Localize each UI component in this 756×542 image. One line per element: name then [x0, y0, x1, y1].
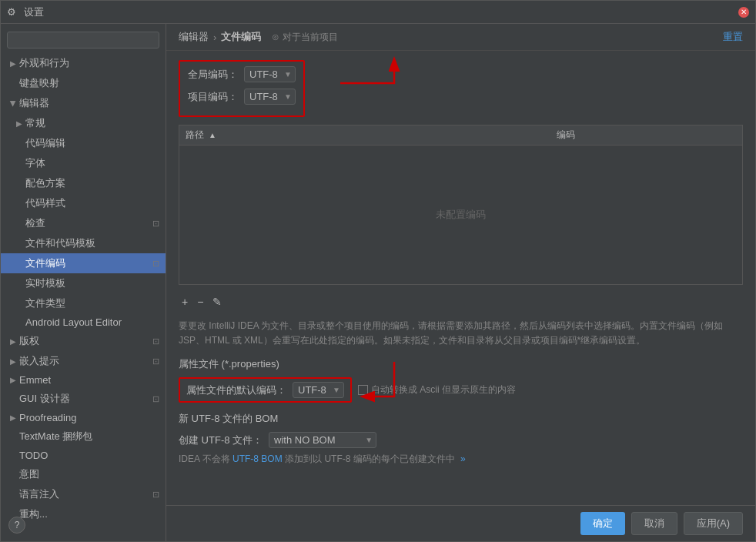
sidebar-item-inlay-hints[interactable]: ▶ 嵌入提示 ⊡ [1, 351, 166, 371]
bom-link1[interactable]: UTF-8 BOM [232, 453, 283, 464]
arrow-annotation-2 [356, 354, 433, 408]
expand-arrow-emmet: ▶ [10, 376, 16, 384]
project-encoding-row: 项目编码： UTF-8 ▼ [188, 89, 296, 105]
table-body: 未配置编码 [179, 146, 742, 284]
sidebar-item-emmet[interactable]: ▶ Emmet [1, 371, 166, 389]
bottom-bar: 确定 取消 应用(A) [166, 505, 755, 541]
bom-create-label: 创建 UTF-8 文件： [179, 433, 263, 447]
sidebar-item-copyright[interactable]: ▶ 版权 ⊡ [1, 331, 166, 351]
sidebar: ▶ 外观和行为 ▶ 键盘映射 ▶ 编辑器 ▶ 常规 ▶ 代码编辑 ▶ 字体 [1, 24, 166, 541]
bom-section: 新 UTF-8 文件的 BOM 创建 UTF-8 文件： with NO BOM… [179, 412, 743, 466]
properties-section: 属性文件 (*.properties) 属性文件的默认编码： UTF-8 ▼ [179, 357, 743, 403]
sidebar-item-code-editing[interactable]: ▶ 代码编辑 [1, 133, 166, 153]
sidebar-item-live-templates[interactable]: ▶ 实时模板 [1, 273, 166, 293]
main-content: ▶ 外观和行为 ▶ 键盘映射 ▶ 编辑器 ▶ 常规 ▶ 代码编辑 ▶ 字体 [1, 24, 755, 541]
sidebar-item-label: Proofreading [19, 412, 76, 423]
add-button[interactable]: + [179, 294, 191, 309]
sidebar-item-label: Android Layout Editor [25, 316, 122, 328]
bom-select-wrapper[interactable]: with NO BOM ▼ [269, 432, 376, 448]
properties-title: 属性文件 (*.properties) [179, 357, 743, 371]
sidebar-item-font[interactable]: ▶ 字体 [1, 153, 166, 173]
sidebar-item-label: 键盘映射 [19, 76, 59, 90]
search-input[interactable] [7, 32, 159, 49]
settings-area: 全局编码： UTF-8 ▼ 项目编码： [166, 51, 755, 505]
window-icon: ⚙ [7, 6, 19, 18]
close-button[interactable]: ✕ [738, 7, 749, 18]
sidebar-item-label: 配色方案 [25, 176, 65, 190]
global-encoding-select-wrapper[interactable]: UTF-8 ▼ [244, 66, 296, 82]
sidebar-item-label: 编辑器 [19, 96, 49, 110]
bom-note: IDEA 不会将 UTF-8 BOM 添加到以 UTF-8 编码的每个已创建文件… [179, 453, 743, 466]
sidebar-item-proofreading[interactable]: ▶ Proofreading [1, 409, 166, 427]
sidebar-item-inspections[interactable]: ▶ 检查 ⊡ [1, 213, 166, 233]
sidebar-item-label: 版权 [19, 334, 39, 348]
sidebar-item-textmate[interactable]: ▶ TextMate 捆绑包 [1, 427, 166, 447]
project-encoding-select[interactable]: UTF-8 [249, 91, 290, 102]
sidebar-item-label: 实时模板 [25, 276, 65, 290]
sidebar-item-label: 文件类型 [25, 296, 65, 310]
lang-icon: ⊡ [152, 490, 159, 500]
title-bar: ⚙ 设置 ✕ [1, 1, 755, 24]
sidebar-item-intention[interactable]: ▶ 意图 [1, 464, 166, 484]
sidebar-item-file-types[interactable]: ▶ 文件类型 [1, 293, 166, 313]
bom-select[interactable]: with NO BOM [274, 434, 371, 446]
cancel-button[interactable]: 取消 [631, 512, 677, 535]
breadcrumb-sep: › [213, 32, 216, 43]
table-empty-text: 未配置编码 [436, 208, 486, 222]
encoding-table: 路径 ▲ 编码 未配置编码 [179, 125, 743, 285]
breadcrumb-parent: 编辑器 [179, 30, 209, 44]
expand-arrow-general: ▶ [16, 119, 22, 128]
breadcrumb-option: ⊙ 对于当前项目 [272, 31, 337, 44]
sidebar-item-code-style[interactable]: ▶ 代码样式 [1, 193, 166, 213]
sidebar-item-android-layout[interactable]: ▶ Android Layout Editor [1, 313, 166, 331]
table-toolbar: + − ✎ [179, 291, 743, 313]
sidebar-item-file-templates[interactable]: ▶ 文件和代码模板 [1, 233, 166, 253]
sidebar-item-appearance[interactable]: ▶ 外观和行为 [1, 53, 166, 73]
edit-button[interactable]: ✎ [209, 294, 225, 309]
remove-button[interactable]: − [194, 294, 206, 309]
expand-arrow-appearance: ▶ [10, 59, 16, 68]
reset-button[interactable]: 重置 [723, 30, 743, 44]
sidebar-item-color-scheme[interactable]: ▶ 配色方案 [1, 173, 166, 193]
sidebar-item-label: 代码编辑 [25, 136, 65, 150]
file-encoding-icon: ⊡ [152, 259, 159, 269]
sidebar-item-label: Emmet [19, 374, 51, 386]
inlay-icon: ⊡ [152, 356, 159, 366]
arrow-annotation-1 [333, 52, 425, 114]
sidebar-item-label: TODO [19, 450, 48, 461]
global-encoding-label: 全局编码： [188, 68, 238, 82]
project-encoding-label: 项目编码： [188, 90, 238, 104]
table-header: 路径 ▲ 编码 [179, 125, 742, 146]
prop-encoding-label: 属性文件的默认编码： [186, 383, 286, 397]
ok-button[interactable]: 确定 [580, 512, 625, 535]
expand-arrow-inlay: ▶ [10, 357, 16, 366]
bom-title: 新 UTF-8 文件的 BOM [179, 412, 743, 426]
sidebar-item-keymap[interactable]: ▶ 键盘映射 [1, 73, 166, 93]
apply-button[interactable]: 应用(A) [684, 512, 743, 535]
bom-link2[interactable]: » [460, 453, 466, 464]
description-text: 要更改 IntelliJ IDEA 为文件、目录或整个项目使用的编码，请根据需要… [179, 319, 743, 348]
sidebar-item-todo[interactable]: ▶ TODO [1, 447, 166, 464]
sidebar-item-editor[interactable]: ▶ 编辑器 [1, 93, 166, 113]
global-encoding-select[interactable]: UTF-8 [249, 69, 290, 80]
sort-icon: ▲ [209, 131, 216, 139]
project-encoding-select-wrapper[interactable]: UTF-8 ▼ [244, 89, 296, 105]
sidebar-item-label: 意图 [19, 467, 39, 481]
prop-encoding-select-wrapper[interactable]: UTF-8 ▼ [293, 382, 344, 398]
prop-encoding-select[interactable]: UTF-8 [298, 384, 339, 396]
sidebar-item-label: 检查 [25, 216, 45, 230]
expand-arrow-copyright: ▶ [10, 337, 16, 346]
sidebar-item-label: GUI 设计器 [19, 392, 70, 406]
table-col-encoding: 编码 [550, 125, 742, 145]
sidebar-item-gui[interactable]: ▶ GUI 设计器 ⊡ [1, 389, 166, 409]
breadcrumb: 编辑器 › 文件编码 ⊙ 对于当前项目 重置 [166, 24, 755, 51]
window-title: 设置 [24, 5, 44, 19]
sidebar-item-lang-injection[interactable]: ▶ 语言注入 ⊡ [1, 484, 166, 504]
help-button[interactable]: ? [8, 517, 25, 534]
sidebar-item-label: 常规 [25, 116, 45, 130]
sidebar-item-more[interactable]: ▶ 重构... [1, 504, 166, 524]
expand-arrow-editor: ▶ [9, 100, 18, 106]
sidebar-item-label: 字体 [25, 156, 45, 170]
sidebar-item-file-encoding[interactable]: ▶ 文件编码 ⊡ [1, 253, 166, 273]
sidebar-item-general[interactable]: ▶ 常规 [1, 113, 166, 133]
